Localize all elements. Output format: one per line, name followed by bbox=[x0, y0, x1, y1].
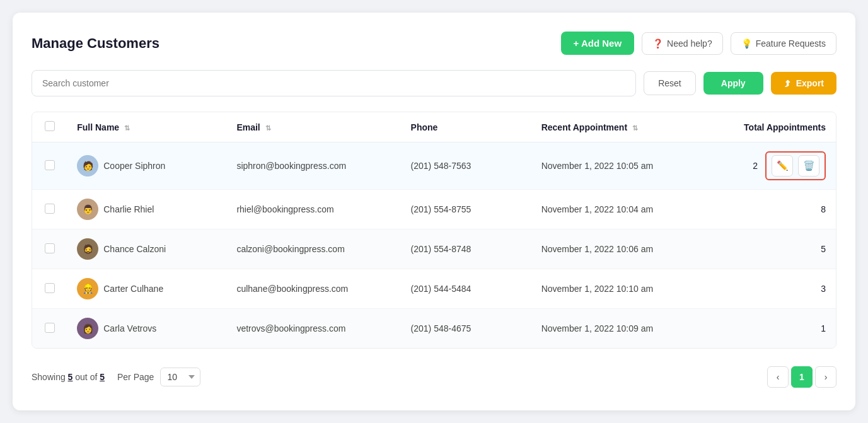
row-name-cell: 🧔Chance Calzoni bbox=[67, 229, 226, 269]
row-email-cell: rhiel@bookingpress.com bbox=[226, 190, 400, 229]
customer-name: Cooper Siphron bbox=[103, 161, 165, 171]
row-phone-cell: (201) 548-7563 bbox=[401, 142, 531, 190]
row-name-cell: 👷Carter Culhane bbox=[67, 269, 226, 309]
next-page-button[interactable]: › bbox=[815, 366, 836, 388]
col-header-total-appointments: Total Appointments bbox=[705, 112, 836, 142]
row-checkbox[interactable] bbox=[45, 243, 55, 253]
row-recent-appointment-cell: November 1, 2022 10:04 am bbox=[531, 190, 705, 229]
row-checkbox-cell bbox=[32, 190, 67, 229]
total-count: 5 bbox=[100, 372, 105, 382]
sort-icon-name: ⇅ bbox=[124, 124, 130, 132]
lightbulb-icon: 💡 bbox=[741, 38, 752, 49]
customer-name: Charlie Rhiel bbox=[103, 204, 154, 214]
main-container: Manage Customers + Add New ❓ Need help? … bbox=[13, 13, 855, 410]
export-button[interactable]: ⮭ Export bbox=[771, 72, 836, 95]
table-header-row: Full Name ⇅ Email ⇅ Phone Recent Appoint… bbox=[32, 112, 836, 142]
row-checkbox-cell bbox=[32, 309, 67, 349]
select-all-checkbox[interactable] bbox=[45, 121, 55, 131]
add-new-button[interactable]: + Add New bbox=[561, 32, 635, 55]
table-row: 👷Carter Culhaneculhane@bookingpress.com(… bbox=[32, 269, 836, 309]
row-recent-appointment-cell: November 1, 2022 10:06 am bbox=[531, 229, 705, 269]
row-name-cell: 👨Charlie Rhiel bbox=[67, 190, 226, 229]
row-checkbox-cell bbox=[32, 269, 67, 309]
row-phone-cell: (201) 544-5484 bbox=[401, 269, 531, 309]
table-row: 👩Carla Vetrovsvetrovs@bookingpress.com(2… bbox=[32, 309, 836, 349]
row-checkbox-cell bbox=[32, 229, 67, 269]
col-header-recent-appointment[interactable]: Recent Appointment ⇅ bbox=[531, 112, 705, 142]
row-checkbox[interactable] bbox=[45, 323, 55, 333]
customer-name: Carla Vetrovs bbox=[103, 323, 156, 333]
row-checkbox[interactable] bbox=[45, 283, 55, 293]
avatar: 🧑 bbox=[77, 155, 98, 177]
row-recent-appointment-cell: November 1, 2022 10:05 am bbox=[531, 142, 705, 190]
row-phone-cell: (201) 548-4675 bbox=[401, 309, 531, 349]
col-header-email[interactable]: Email ⇅ bbox=[226, 112, 400, 142]
header-actions: + Add New ❓ Need help? 💡 Feature Request… bbox=[561, 32, 836, 55]
pagination: ‹ 1 › bbox=[767, 366, 836, 388]
need-help-button[interactable]: ❓ Need help? bbox=[642, 32, 723, 55]
page-1-button[interactable]: 1 bbox=[791, 366, 813, 388]
row-email-cell: siphron@bookingpress.com bbox=[226, 142, 400, 190]
row-checkbox[interactable] bbox=[45, 204, 55, 214]
question-circle-icon: ❓ bbox=[652, 38, 663, 49]
search-input[interactable] bbox=[32, 70, 636, 96]
table-row: 🧔Chance Calzonicalzoni@bookingpress.com(… bbox=[32, 229, 836, 269]
showing-text: Showing 5 out of 5 bbox=[32, 372, 105, 382]
customer-name: Chance Calzoni bbox=[103, 244, 166, 254]
row-recent-appointment-cell: November 1, 2022 10:10 am bbox=[531, 269, 705, 309]
footer-row: Showing 5 out of 5 Per Page 102050100 ‹ … bbox=[32, 366, 836, 388]
shown-count: 5 bbox=[68, 372, 73, 382]
table-row: 👨Charlie Rhielrhiel@bookingpress.com(201… bbox=[32, 190, 836, 229]
col-header-full-name[interactable]: Full Name ⇅ bbox=[67, 112, 226, 142]
total-appointments-count: 2 bbox=[753, 161, 758, 171]
table-row: 🧑Cooper Siphronsiphron@bookingpress.com(… bbox=[32, 142, 836, 190]
select-all-header bbox=[32, 112, 67, 142]
sort-icon-email: ⇅ bbox=[265, 124, 271, 132]
row-total-cell: 5 bbox=[705, 229, 836, 269]
row-total-cell: 2✏️🗑️ bbox=[705, 142, 836, 189]
feature-requests-button[interactable]: 💡 Feature Requests bbox=[731, 32, 836, 55]
avatar: 👩 bbox=[77, 318, 98, 339]
row-checkbox[interactable] bbox=[45, 160, 55, 170]
page-title: Manage Customers bbox=[32, 35, 159, 52]
reset-button[interactable]: Reset bbox=[644, 71, 696, 95]
row-email-cell: calzoni@bookingpress.com bbox=[226, 229, 400, 269]
row-email-cell: culhane@bookingpress.com bbox=[226, 269, 400, 309]
row-total-cell: 8 bbox=[705, 190, 836, 229]
row-phone-cell: (201) 554-8748 bbox=[401, 229, 531, 269]
col-header-phone: Phone bbox=[401, 112, 531, 142]
row-phone-cell: (201) 554-8755 bbox=[401, 190, 531, 229]
avatar: 👷 bbox=[77, 278, 98, 299]
row-total-cell: 3 bbox=[705, 269, 836, 309]
delete-button[interactable]: 🗑️ bbox=[798, 155, 819, 177]
row-recent-appointment-cell: November 1, 2022 10:09 am bbox=[531, 309, 705, 349]
apply-button[interactable]: Apply bbox=[703, 72, 763, 95]
avatar: 👨 bbox=[77, 199, 98, 220]
search-bar-row: Reset Apply ⮭ Export bbox=[32, 70, 836, 96]
customer-name: Carter Culhane bbox=[103, 284, 163, 294]
per-page-wrap: Per Page 102050100 bbox=[117, 368, 200, 386]
customers-table: Full Name ⇅ Email ⇅ Phone Recent Appoint… bbox=[32, 112, 836, 348]
avatar: 🧔 bbox=[77, 238, 98, 260]
row-total-cell: 1 bbox=[705, 309, 836, 349]
action-buttons-highlighted: ✏️🗑️ bbox=[765, 151, 826, 180]
row-name-cell: 👩Carla Vetrovs bbox=[67, 309, 226, 349]
per-page-label: Per Page bbox=[117, 372, 154, 382]
export-icon: ⮭ bbox=[784, 78, 792, 88]
per-page-select[interactable]: 102050100 bbox=[160, 368, 200, 386]
edit-button[interactable]: ✏️ bbox=[772, 155, 793, 177]
row-name-cell: 🧑Cooper Siphron bbox=[67, 142, 226, 190]
customers-table-wrap: Full Name ⇅ Email ⇅ Phone Recent Appoint… bbox=[32, 112, 836, 349]
sort-icon-recent: ⇅ bbox=[632, 124, 638, 132]
row-email-cell: vetrovs@bookingpress.com bbox=[226, 309, 400, 349]
prev-page-button[interactable]: ‹ bbox=[767, 366, 789, 388]
header-row: Manage Customers + Add New ❓ Need help? … bbox=[32, 32, 836, 55]
row-checkbox-cell bbox=[32, 142, 67, 190]
footer-left: Showing 5 out of 5 Per Page 102050100 bbox=[32, 368, 200, 386]
